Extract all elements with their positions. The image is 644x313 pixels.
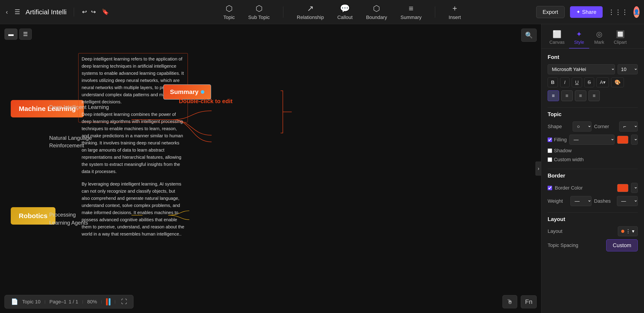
processing-label: Processing xyxy=(49,212,76,218)
align-right-btn[interactable]: ≡ xyxy=(575,90,586,101)
layout-orange-dot xyxy=(621,230,624,233)
fill-style-select[interactable]: ▾ xyxy=(631,135,638,145)
export-button[interactable]: Export xyxy=(536,6,564,18)
bookmark-button[interactable]: 🔖 xyxy=(101,7,110,16)
tab-style[interactable]: ✦ Style xyxy=(569,28,589,48)
fn-btn[interactable]: Fn xyxy=(521,295,537,308)
history-controls: ↩ ↪ xyxy=(81,7,97,16)
mouse-btn[interactable]: 🖱 xyxy=(502,295,517,308)
dashes-select[interactable]: — xyxy=(617,196,638,206)
panel-tabs: ⬜ Canvas ✦ Style ◎ Mark 🔲 Clipart xyxy=(541,24,644,49)
back-button[interactable]: ‹ xyxy=(4,7,9,17)
format-row: B I U S A▾ 🎨 xyxy=(548,77,638,87)
tool-topic[interactable]: ⬡ Topic xyxy=(224,4,235,20)
collapse-panel-btn[interactable]: › xyxy=(536,162,541,175)
list-view-btn[interactable]: ☰ xyxy=(19,28,32,40)
summary-label: Summary xyxy=(400,14,422,20)
share-button[interactable]: ✦ Share xyxy=(570,6,603,18)
border-color-swatch[interactable] xyxy=(617,184,628,192)
topbar-right: Export ✦ Share ⋮⋮⋮ 👤 xyxy=(564,6,640,18)
font-name-select[interactable]: Microsoft YaHei xyxy=(548,64,615,74)
topbar: ‹ ☰ Artificial Intelli ↩ ↪ 🔖 ⬡ Topic ⬡ S… xyxy=(0,0,644,24)
callout-icon: 💬 xyxy=(340,4,350,13)
tool-summary[interactable]: ≡ Summary xyxy=(400,4,422,20)
share-label: Share xyxy=(582,9,596,15)
connector-svg xyxy=(0,24,541,313)
shadow-row: Shadow xyxy=(548,148,638,154)
reinforcement-node[interactable]: Reinforcement xyxy=(49,143,84,149)
grid-button[interactable]: ⋮⋮⋮ xyxy=(608,8,628,16)
fill-color-swatch[interactable] xyxy=(617,136,628,144)
underline-btn[interactable]: U xyxy=(572,77,582,87)
text-para-3: By leveraging deep intelligent learning,… xyxy=(82,180,184,238)
card-view-btn[interactable]: ▬ xyxy=(4,28,18,40)
border-color-checkbox-wrap xyxy=(548,186,552,190)
custom-width-checkbox-wrap: Custom width xyxy=(548,157,584,162)
fullscreen-btn[interactable]: ⛶ xyxy=(120,297,129,306)
shape-select[interactable]: ○ □ xyxy=(573,122,592,132)
tool-subtopic[interactable]: ⬡ Sub Topic xyxy=(248,4,270,20)
processing-node[interactable]: Processing xyxy=(49,212,76,218)
bold-btn[interactable]: B xyxy=(548,77,558,87)
layout-tree-icon: ⋮ xyxy=(626,228,630,234)
undo-button[interactable]: ↩ xyxy=(81,7,88,16)
brand-bar-blue xyxy=(109,298,110,306)
strikethrough-btn[interactable]: S xyxy=(584,77,594,87)
insert-label: Insert xyxy=(448,14,461,20)
tool-callout[interactable]: 💬 Callout xyxy=(337,4,352,20)
summary-node[interactable]: Summary xyxy=(163,84,211,100)
style-tab-label: Style xyxy=(574,40,584,45)
tab-clipart[interactable]: 🔲 Clipart xyxy=(609,28,631,48)
bottom-right: 🖱 Fn xyxy=(502,295,537,308)
filling-checkbox[interactable] xyxy=(548,138,552,142)
fill-type-select[interactable]: — xyxy=(569,135,614,145)
tool-insert[interactable]: + Insert xyxy=(448,4,461,20)
pages-btn[interactable]: 📄 xyxy=(9,297,20,306)
align-left-btn[interactable]: ≡ xyxy=(548,90,559,101)
italic-btn[interactable]: I xyxy=(560,77,570,87)
summary-icon: ≡ xyxy=(409,4,414,13)
tools-bar: ⬡ Topic ⬡ Sub Topic ↗ Relationship 💬 Cal… xyxy=(121,4,564,20)
shadow-checkbox[interactable] xyxy=(548,149,552,153)
tool-relationship[interactable]: ↗ Relationship xyxy=(297,4,324,20)
topbar-left: ‹ ☰ Artificial Intelli ↩ ↪ 🔖 xyxy=(4,7,121,17)
custom-spacing-btn[interactable]: Custom xyxy=(606,239,638,251)
search-button[interactable]: 🔍 xyxy=(521,28,537,42)
tool-divider xyxy=(283,6,283,18)
user-avatar[interactable]: 👤 xyxy=(634,6,640,18)
canvas-area[interactable]: ▬ ☰ 🔍 › xyxy=(0,24,541,313)
font-size-select[interactable]: 10 xyxy=(618,64,638,74)
border-color-style-select[interactable]: ▾ xyxy=(631,183,638,193)
font-color-btn[interactable]: A▾ xyxy=(596,77,609,87)
weight-select[interactable]: — xyxy=(570,196,592,206)
font-section-title: Font xyxy=(548,54,638,60)
layout-dropdown-icon: ▾ xyxy=(632,228,634,234)
style-tab-icon: ✦ xyxy=(576,30,582,38)
align-justify-btn[interactable]: ≡ xyxy=(588,90,600,101)
layout-icon-btn[interactable]: ⋮ ▾ xyxy=(618,226,638,236)
text-para-2: Deep intelligent learning combines the p… xyxy=(82,111,184,175)
layout-section: Layout Layout ⋮ ▾ Topic Spacing Custom xyxy=(548,216,638,251)
app-title: Artificial Intelli xyxy=(26,8,66,16)
highlight-btn[interactable]: 🎨 xyxy=(611,77,624,87)
robotics-label: Robotics xyxy=(19,212,48,219)
right-panel: ⬜ Canvas ✦ Style ◎ Mark 🔲 Clipart Font xyxy=(541,24,644,313)
canvas-tab-label: Canvas xyxy=(550,40,564,45)
menu-button[interactable]: ☰ xyxy=(13,7,22,17)
align-center-btn[interactable]: ≡ xyxy=(561,90,573,101)
custom-width-checkbox[interactable] xyxy=(548,157,552,162)
redo-button[interactable]: ↪ xyxy=(90,7,97,16)
robotics-node[interactable]: Robotics xyxy=(11,207,56,225)
tool-divider2 xyxy=(435,6,435,18)
clipart-tab-icon: 🔲 xyxy=(616,30,625,38)
border-color-checkbox[interactable] xyxy=(548,186,552,190)
tab-mark[interactable]: ◎ Mark xyxy=(589,28,609,48)
shape-label: Shape xyxy=(548,124,570,130)
tab-canvas[interactable]: ⬜ Canvas xyxy=(545,28,569,48)
tool-boundary[interactable]: ⬡ Boundary xyxy=(366,4,387,20)
corner-select[interactable]: ⌐ ◻ xyxy=(619,122,638,132)
callout-label: Callout xyxy=(337,14,352,20)
canvas-tab-icon: ⬜ xyxy=(552,30,562,38)
shadow-label: Shadow xyxy=(554,148,572,154)
custom-width-label: Custom width xyxy=(554,157,584,162)
